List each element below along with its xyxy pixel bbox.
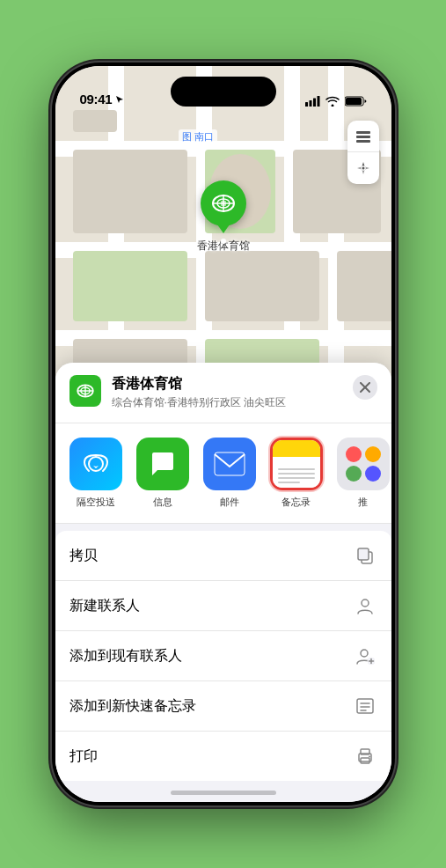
svg-rect-2: [313, 99, 316, 107]
mail-icon-bg: [203, 438, 256, 490]
mail-symbol: [214, 452, 245, 476]
svg-rect-22: [215, 452, 245, 475]
status-icons: [305, 96, 367, 107]
phone-frame: 09:41: [52, 63, 395, 805]
close-icon: [360, 382, 370, 393]
share-item-message[interactable]: 信息: [133, 438, 193, 509]
bottom-sheet: 香港体育馆 综合体育馆·香港特别行政区 油尖旺区: [55, 363, 391, 802]
airdrop-symbol: [81, 449, 111, 479]
pin-dot: [221, 239, 226, 244]
location-name: 香港体育馆: [112, 375, 342, 394]
home-indicator: [171, 791, 276, 795]
share-item-notes[interactable]: 备忘录: [267, 438, 326, 509]
print-icon: [353, 744, 377, 769]
close-button[interactable]: [353, 375, 377, 400]
mail-label: 邮件: [220, 496, 239, 509]
menu-item-add-existing[interactable]: 添加到现有联系人: [55, 631, 391, 681]
location-arrow-icon: [115, 95, 124, 104]
airdrop-label: 隔空投送: [77, 496, 115, 509]
svg-point-26: [361, 650, 368, 657]
pin-circle: [201, 180, 246, 226]
notes-inner: [273, 440, 320, 488]
notes-line-4: [278, 482, 300, 483]
location-subtitle: 综合体育馆·香港特别行政区 油尖旺区: [112, 395, 342, 410]
menu-item-add-existing-text: 添加到现有联系人: [69, 647, 182, 666]
menu-item-new-contact-text: 新建联系人: [69, 597, 140, 615]
message-symbol: [148, 449, 178, 479]
svg-rect-3: [317, 96, 319, 107]
map-label-nankow: 图 南口: [179, 129, 217, 144]
notes-label: 备忘录: [281, 496, 311, 509]
share-item-more[interactable]: 推: [333, 438, 391, 509]
menu-item-print-text: 打印: [69, 747, 98, 766]
svg-rect-0: [305, 102, 308, 107]
menu-item-print[interactable]: 打印: [55, 732, 391, 781]
menu-item-add-note[interactable]: 添加到新快速备忘录: [55, 681, 391, 732]
svg-rect-5: [346, 98, 362, 105]
notes-line-1: [278, 468, 315, 470]
airdrop-icon-bg: [69, 438, 122, 490]
signal-icon: [305, 96, 320, 107]
wifi-icon: [325, 96, 340, 107]
svg-rect-36: [361, 758, 369, 763]
share-item-mail[interactable]: 邮件: [200, 438, 260, 509]
note-icon: [353, 694, 377, 718]
notes-icon-bg: [270, 438, 323, 490]
location-icon: [69, 375, 101, 407]
more-dots: [339, 439, 388, 489]
svg-rect-14: [221, 201, 226, 206]
copy-icon: [353, 543, 377, 568]
share-item-airdrop[interactable]: 隔空投送: [66, 438, 126, 509]
phone-screen: 09:41: [55, 66, 391, 802]
location-stadium-icon: [76, 381, 95, 401]
map-type-button[interactable]: [347, 121, 379, 152]
svg-rect-6: [356, 131, 370, 134]
map-controls: [347, 121, 379, 184]
menu-item-new-contact[interactable]: 新建联系人: [55, 581, 391, 631]
svg-point-25: [362, 600, 369, 607]
notes-line-3: [278, 477, 315, 479]
menu-item-copy-text: 拷贝: [69, 547, 98, 565]
status-time: 09:41: [80, 92, 113, 107]
map-layers-icon: [355, 128, 372, 145]
svg-rect-8: [356, 140, 370, 143]
svg-point-9: [362, 167, 364, 170]
more-icon-bg: [337, 438, 390, 490]
message-label: 信息: [153, 496, 172, 509]
svg-rect-7: [356, 136, 370, 138]
share-row: 隔空投送 信息: [55, 423, 391, 524]
message-icon-bg: [136, 438, 189, 490]
menu-section: 拷贝 新建联系人: [55, 531, 391, 781]
dynamic-island: [171, 77, 276, 107]
new-contact-icon: [353, 593, 377, 618]
location-card: 香港体育馆 综合体育馆·香港特别行政区 油尖旺区: [55, 363, 391, 423]
battery-icon: [345, 96, 367, 107]
svg-rect-24: [358, 548, 369, 560]
stadium-icon: [210, 190, 237, 217]
svg-rect-1: [309, 100, 311, 107]
more-label: 推: [358, 496, 368, 509]
location-info: 香港体育馆 综合体育馆·香港特别行政区 油尖旺区: [112, 375, 342, 410]
menu-item-add-note-text: 添加到新快速备忘录: [69, 697, 196, 716]
svg-point-21: [89, 457, 103, 471]
notes-line-2: [278, 473, 315, 474]
location-button[interactable]: [347, 152, 379, 184]
add-contact-icon: [353, 644, 377, 668]
stadium-pin: 香港体育馆: [197, 180, 250, 254]
compass-icon: [355, 160, 371, 176]
svg-point-37: [369, 756, 370, 758]
menu-item-copy[interactable]: 拷贝: [55, 531, 391, 581]
